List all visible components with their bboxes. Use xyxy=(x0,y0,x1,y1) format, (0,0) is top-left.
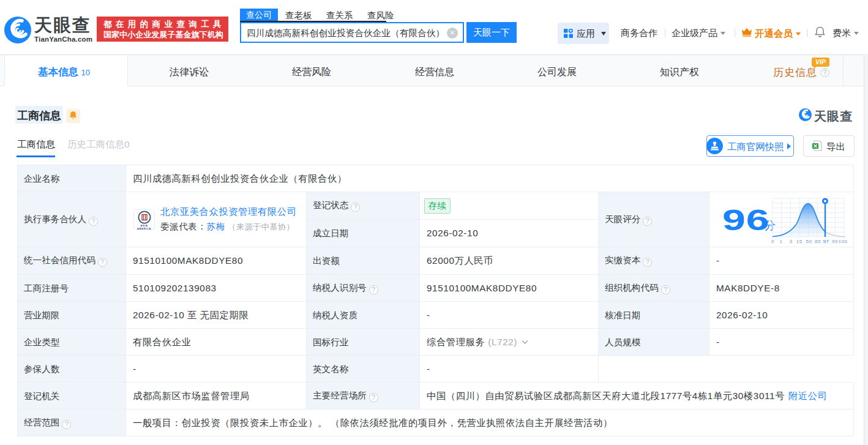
svg-text:100: 100 xyxy=(838,239,847,244)
svg-text:1: 1 xyxy=(779,239,782,244)
svg-text:97: 97 xyxy=(823,239,829,244)
svg-text:3: 3 xyxy=(789,239,792,244)
svg-text:15: 15 xyxy=(796,239,803,244)
svg-text:99: 99 xyxy=(832,239,838,244)
svg-text:0: 0 xyxy=(771,239,774,244)
svg-text:50: 50 xyxy=(806,239,812,244)
svg-text:85: 85 xyxy=(815,239,821,244)
